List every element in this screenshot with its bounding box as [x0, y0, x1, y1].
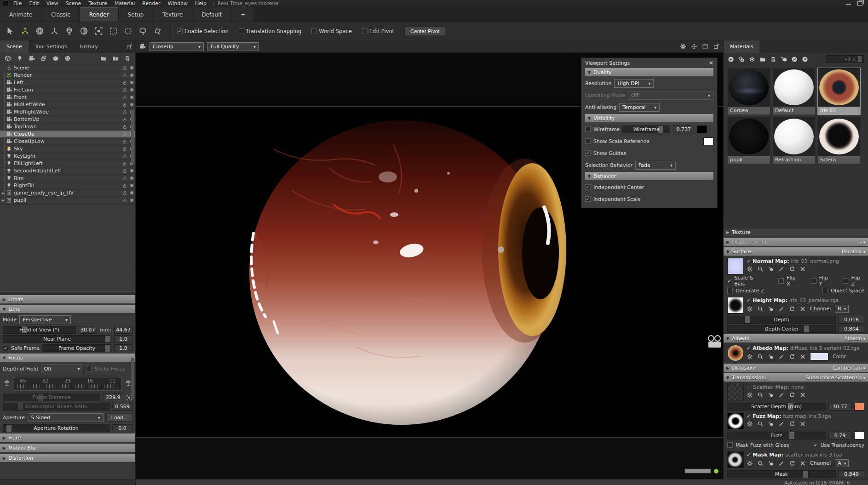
visibility-dot-icon[interactable] [130, 177, 133, 180]
polygon-lasso-tool-icon[interactable] [151, 25, 164, 38]
depth-center-value[interactable]: 0.804 [839, 325, 864, 333]
lens-section-header[interactable]: Lens [0, 305, 135, 313]
reload-icon[interactable] [789, 266, 795, 272]
aperture-rotation-value[interactable]: 0.0 [112, 424, 132, 432]
tree-row[interactable]: FreCam [0, 86, 135, 94]
focus-section-header[interactable]: Focus [0, 354, 135, 362]
visibility-dot-icon[interactable] [130, 96, 133, 99]
toolbar-toggle[interactable]: Enable Selection [177, 28, 229, 34]
move-tool-icon[interactable] [18, 25, 31, 38]
add-material-icon[interactable] [64, 55, 71, 62]
visibility-dot-icon[interactable] [130, 74, 133, 77]
search-icon[interactable] [757, 306, 764, 312]
scatter-color-swatch[interactable] [854, 403, 864, 411]
search-icon[interactable] [757, 392, 764, 398]
expand-toggle[interactable] [1, 198, 5, 203]
wireframe-color-swatch[interactable] [697, 126, 707, 133]
workspace-tab[interactable]: Default [192, 7, 231, 22]
surface-mode[interactable]: Parallax [842, 249, 865, 255]
tree-row[interactable]: FillLightLeft [0, 160, 135, 167]
expand-toggle[interactable] [1, 191, 5, 195]
props-scrollbar[interactable] [131, 358, 134, 399]
upscaling-mode-dropdown[interactable]: Off [628, 91, 713, 100]
export-material-icon[interactable] [802, 56, 808, 63]
unlock-icon[interactable] [122, 109, 127, 114]
material-folder-icon[interactable] [759, 56, 766, 63]
gear-icon[interactable] [747, 266, 753, 272]
normal-map-thumbnail[interactable] [727, 258, 744, 274]
mask-map-thumbnail[interactable] [727, 451, 744, 468]
clear-icon[interactable] [799, 266, 806, 272]
unlock-icon[interactable] [122, 80, 127, 85]
mask-channel-dropdown[interactable]: A [835, 459, 849, 467]
reload-icon[interactable] [789, 354, 795, 360]
toolbar-toggle[interactable]: World Space [311, 28, 352, 34]
fuzz-map-thumbnail[interactable] [727, 413, 744, 429]
menu-item[interactable]: Help [191, 0, 210, 6]
material-item[interactable]: Cornea [728, 68, 770, 114]
unlock-icon[interactable] [122, 124, 127, 129]
select-cursor-tool-icon[interactable] [4, 25, 17, 38]
reload-icon[interactable] [789, 392, 795, 398]
scale-tool-icon[interactable] [48, 25, 61, 38]
normal-map-checkbox[interactable] [747, 258, 751, 264]
use-translucency-checkbox[interactable] [813, 442, 817, 448]
fill-icon[interactable] [768, 421, 774, 427]
mask-slider[interactable]: Mask [727, 470, 836, 478]
visibility-dot-icon[interactable] [130, 81, 133, 84]
visibility-dot-icon[interactable] [130, 103, 133, 106]
tab-tool-settings[interactable]: Tool Settings [29, 40, 74, 53]
unlock-icon[interactable] [122, 65, 127, 70]
displacement-mode[interactable]: - [860, 239, 865, 245]
object-space-checkbox[interactable] [822, 288, 828, 293]
workspace-tab[interactable]: Texture [153, 7, 192, 22]
safe-frame-checkbox[interactable] [3, 346, 8, 351]
fuzz-value[interactable]: 0.79 [828, 432, 851, 439]
viewport-settings-titlebar[interactable]: Viewport Settings ✕ [581, 58, 717, 68]
fill-icon[interactable] [768, 306, 774, 312]
visibility-section-header[interactable]: Visibility [585, 114, 713, 122]
independent-scale-checkbox[interactable] [585, 196, 591, 202]
wireframe-opacity-value[interactable]: 0.737 [673, 126, 694, 133]
add-light-icon[interactable] [17, 55, 23, 62]
fstop-ruler[interactable]: 4532231611 [14, 377, 121, 391]
mask-value[interactable]: 0.849 [839, 470, 864, 478]
tree-row[interactable]: Left [0, 79, 135, 86]
reload-icon[interactable] [789, 421, 795, 427]
reload-icon[interactable] [789, 460, 795, 467]
toolbar-toggle[interactable]: Edit Pivot [362, 28, 394, 34]
behavior-section-header[interactable]: Behavior [585, 172, 713, 180]
field-of-view-slider[interactable]: Field of View (°) [3, 326, 76, 334]
near-plane-slider[interactable]: Near Plane [3, 335, 111, 343]
unlock-icon[interactable] [122, 198, 127, 203]
tree-row[interactable]: game_ready_eye_lp_UV [0, 189, 135, 197]
aperture-shape-dropdown[interactable]: 5-Sided [28, 413, 103, 422]
diffusion-section-header[interactable]: Diffusion: Lambertian [724, 364, 868, 372]
resolution-dropdown[interactable]: High DPI [614, 79, 654, 88]
tree-row[interactable]: Sky [0, 145, 135, 153]
generate-z-checkbox[interactable] [727, 288, 733, 293]
clear-icon[interactable] [799, 306, 806, 312]
marquee-select-tool-icon[interactable] [107, 25, 120, 38]
transmission-section-header[interactable]: Transmission: Subsurface Scattering [724, 373, 868, 382]
add-shapes-icon[interactable] [40, 55, 47, 62]
add-camera-icon[interactable] [29, 55, 35, 62]
restore-button[interactable] [857, 1, 862, 6]
clear-icon[interactable] [799, 392, 806, 398]
panel-splitter[interactable] [0, 291, 135, 295]
tree-row[interactable]: MidLeftWide [0, 101, 135, 108]
pivot-rotate-tool-icon[interactable] [63, 25, 75, 38]
reload-icon[interactable] [789, 306, 795, 312]
tab-history[interactable]: History [74, 40, 104, 53]
add-object-icon[interactable] [5, 55, 11, 62]
marquee-center-tool-icon[interactable] [92, 25, 105, 38]
scatter-depth-slider[interactable]: Scatter Depth (mm) [727, 403, 826, 411]
center-pivot-button[interactable]: Center Pivot [404, 27, 445, 36]
menu-item[interactable]: View [43, 0, 62, 6]
workspace-tab[interactable]: Render [80, 7, 119, 22]
height-channel-dropdown[interactable]: R [835, 305, 849, 313]
fill-icon[interactable] [768, 266, 774, 272]
fill-icon[interactable] [768, 354, 774, 360]
edit-icon[interactable] [778, 460, 785, 467]
tree-row[interactable]: Render [0, 72, 135, 79]
